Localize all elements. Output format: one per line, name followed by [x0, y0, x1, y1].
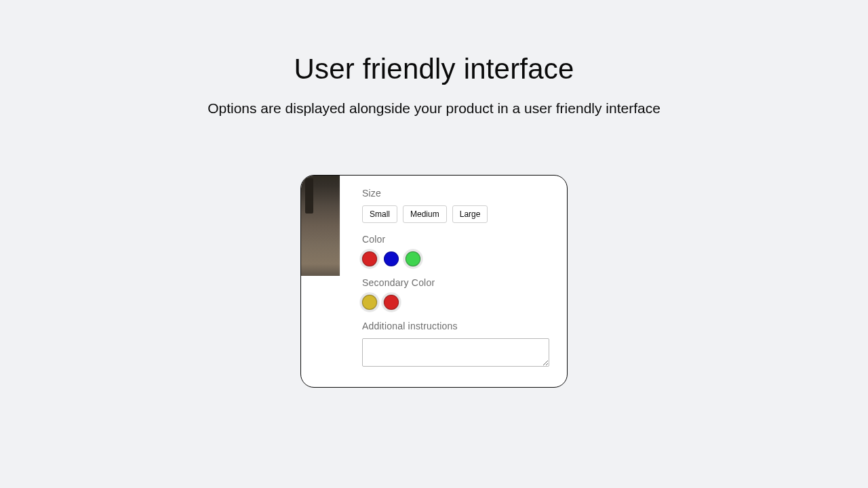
secondary-color-swatches: [362, 295, 551, 310]
color-swatches: [362, 251, 551, 266]
page-subtitle: Options are displayed alongside your pro…: [208, 100, 660, 117]
color-label: Color: [362, 234, 551, 245]
instructions-input[interactable]: [362, 338, 549, 367]
product-options-card: Size Small Medium Large Color Secondary …: [300, 175, 568, 388]
size-choices: Small Medium Large: [362, 205, 551, 223]
size-option-medium[interactable]: Medium: [403, 205, 447, 223]
color-swatch-green[interactable]: [406, 251, 420, 266]
size-label: Size: [362, 188, 551, 199]
color-swatch-blue[interactable]: [384, 251, 399, 266]
color-swatch-red[interactable]: [362, 251, 377, 266]
secondary-swatch-red[interactable]: [384, 295, 399, 310]
size-option-small[interactable]: Small: [362, 205, 397, 223]
product-image: [301, 176, 340, 276]
size-option-large[interactable]: Large: [452, 205, 488, 223]
color-group: Color: [362, 234, 551, 266]
options-panel: Size Small Medium Large Color Secondary …: [340, 176, 567, 387]
instructions-group: Additional instructions: [362, 321, 551, 369]
secondary-color-label: Secondary Color: [362, 277, 551, 288]
instructions-label: Additional instructions: [362, 321, 551, 331]
page-title: User friendly interface: [294, 53, 574, 85]
size-group: Size Small Medium Large: [362, 188, 551, 223]
secondary-color-group: Secondary Color: [362, 277, 551, 310]
secondary-swatch-gold[interactable]: [362, 295, 377, 310]
